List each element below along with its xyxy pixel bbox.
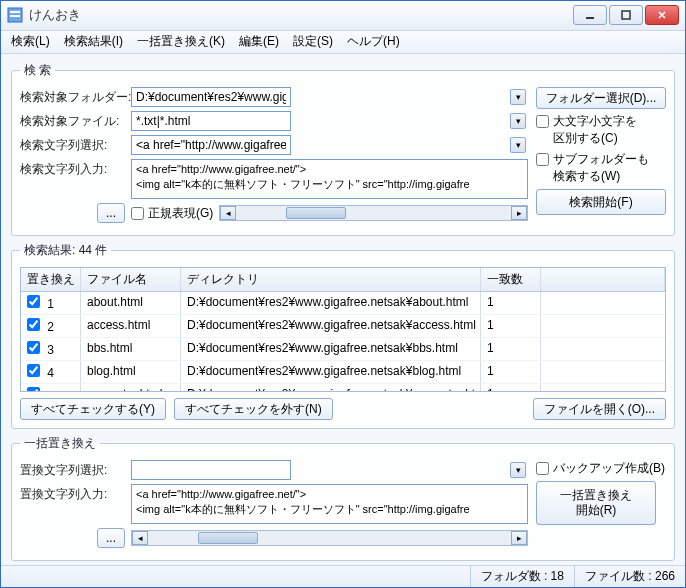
row-checkbox[interactable] xyxy=(27,318,40,331)
row-checkbox[interactable] xyxy=(27,295,40,308)
results-grid[interactable]: 置き換え ファイル名 ディレクトリ 一致数 1about.htmlD:¥docu… xyxy=(20,267,666,392)
open-file-button[interactable]: ファイルを開く(O)... xyxy=(533,398,666,420)
search-start-button[interactable]: 検索開始(F) xyxy=(536,189,666,215)
regex-checkbox[interactable] xyxy=(131,207,144,220)
cell-filename: computer.html xyxy=(81,384,181,392)
results-group: 検索結果: 44 件 置き換え ファイル名 ディレクトリ 一致数 1about.… xyxy=(11,242,675,429)
rhscroll-thumb[interactable] xyxy=(198,532,258,544)
menu-help[interactable]: ヘルプ(H) xyxy=(347,33,400,50)
cell-filename: about.html xyxy=(81,292,181,314)
cell-dir: D:¥document¥res2¥www.gigafree.netsak¥blo… xyxy=(181,361,481,383)
folder-input[interactable] xyxy=(131,87,291,107)
backup-label: バックアップ作成(B) xyxy=(553,460,665,477)
check-all-button[interactable]: すべてチェックする(Y) xyxy=(20,398,166,420)
cell-dir: D:¥document¥res2¥www.gigafree.netsak¥com… xyxy=(181,384,481,392)
case-checkbox[interactable] xyxy=(536,115,549,128)
searchstr-more-button[interactable]: ... xyxy=(97,203,125,223)
case-label: 大文字小文字を 区別する(C) xyxy=(553,113,637,147)
replacestr-select-label: 置換文字列選択: xyxy=(20,462,125,479)
app-icon xyxy=(7,7,23,23)
cell-dir: D:¥document¥res2¥www.gigafree.netsak¥bbs… xyxy=(181,338,481,360)
folder-dropdown-icon[interactable]: ▾ xyxy=(510,89,526,105)
search-legend: 検 索 xyxy=(20,62,55,79)
searchstr-select-label: 検索文字列選択: xyxy=(20,137,125,154)
backup-checkbox[interactable] xyxy=(536,462,549,475)
svg-rect-2 xyxy=(10,15,20,17)
cell-dir: D:¥document¥res2¥www.gigafree.netsak¥acc… xyxy=(181,315,481,337)
hscroll-thumb[interactable] xyxy=(286,207,346,219)
replacestr-textarea[interactable]: <a href="http://www.gigafree.net/"> <img… xyxy=(131,484,528,524)
cell-filename: access.html xyxy=(81,315,181,337)
folder-select-button[interactable]: フォルダー選択(D)... xyxy=(536,87,666,109)
svg-rect-1 xyxy=(10,11,20,13)
cell-matches: 1 xyxy=(481,384,541,392)
menu-settings[interactable]: 設定(S) xyxy=(293,33,333,50)
uncheck-all-button[interactable]: すべてチェックを外す(N) xyxy=(174,398,333,420)
regex-label: 正規表現(G) xyxy=(148,205,213,222)
rhscroll-right-icon[interactable]: ▸ xyxy=(511,531,527,545)
svg-rect-4 xyxy=(622,11,630,19)
replace-start-button[interactable]: 一括置き換え 開始(R) xyxy=(536,481,656,525)
cell-dir: D:¥document¥res2¥www.gigafree.netsak¥abo… xyxy=(181,292,481,314)
col-matches[interactable]: 一致数 xyxy=(481,268,541,291)
searchstr-select[interactable] xyxy=(131,135,291,155)
window-title: けんおき xyxy=(29,6,573,24)
rhscroll-left-icon[interactable]: ◂ xyxy=(132,531,148,545)
replacestr-dropdown-icon[interactable]: ▾ xyxy=(510,462,526,478)
col-filename[interactable]: ファイル名 xyxy=(81,268,181,291)
table-row[interactable]: 1about.htmlD:¥document¥res2¥www.gigafree… xyxy=(21,292,665,315)
status-folders: フォルダ数 : 18 xyxy=(470,566,574,587)
table-row[interactable]: 4blog.htmlD:¥document¥res2¥www.gigafree.… xyxy=(21,361,665,384)
titlebar[interactable]: けんおき xyxy=(1,1,685,31)
grid-header: 置き換え ファイル名 ディレクトリ 一致数 xyxy=(21,268,665,292)
cell-filename: blog.html xyxy=(81,361,181,383)
statusbar: フォルダ数 : 18 ファイル数 : 266 xyxy=(1,565,685,587)
maximize-button[interactable] xyxy=(609,5,643,25)
row-checkbox[interactable] xyxy=(27,387,40,392)
cell-matches: 1 xyxy=(481,292,541,314)
replacestr-input-label: 置換文字列入力: xyxy=(20,484,125,503)
file-pattern-input[interactable] xyxy=(131,111,291,131)
results-legend: 検索結果: 44 件 xyxy=(20,242,111,259)
subfolder-label: サブフォルダーも 検索する(W) xyxy=(553,151,649,185)
menu-replace[interactable]: 一括置き換え(K) xyxy=(137,33,225,50)
status-files: ファイル数 : 266 xyxy=(574,566,685,587)
replacestr-select[interactable] xyxy=(131,460,291,480)
row-checkbox[interactable] xyxy=(27,341,40,354)
cell-matches: 1 xyxy=(481,315,541,337)
row-checkbox[interactable] xyxy=(27,364,40,377)
minimize-button[interactable] xyxy=(573,5,607,25)
col-dir[interactable]: ディレクトリ xyxy=(181,268,481,291)
replace-group: 一括置き換え 置換文字列選択: ▾ 置換文字列入力: <a href="http… xyxy=(11,435,675,561)
menu-edit[interactable]: 編集(E) xyxy=(239,33,279,50)
replace-legend: 一括置き換え xyxy=(20,435,100,452)
file-label: 検索対象ファイル: xyxy=(20,113,125,130)
close-button[interactable] xyxy=(645,5,679,25)
client-area: 検 索 検索対象フォルダー: ▾ 検索対象ファイル: ▾ xyxy=(1,54,685,565)
cell-matches: 1 xyxy=(481,338,541,360)
searchstr-input-label: 検索文字列入力: xyxy=(20,159,125,178)
subfolder-checkbox[interactable] xyxy=(536,153,549,166)
searchstr-textarea[interactable]: <a href="http://www.gigafree.net/"> <img… xyxy=(131,159,528,199)
menubar: 検索(L) 検索結果(I) 一括置き換え(K) 編集(E) 設定(S) ヘルプ(… xyxy=(1,31,685,55)
grid-body[interactable]: 1about.htmlD:¥document¥res2¥www.gigafree… xyxy=(21,292,665,392)
menu-results[interactable]: 検索結果(I) xyxy=(64,33,123,50)
file-dropdown-icon[interactable]: ▾ xyxy=(510,113,526,129)
svg-rect-3 xyxy=(586,17,594,19)
app-window: けんおき 検索(L) 検索結果(I) 一括置き換え(K) 編集(E) 設定(S)… xyxy=(0,0,686,588)
searchstr-hscroll[interactable]: ◂ ▸ xyxy=(219,205,528,221)
replacestr-more-button[interactable]: ... xyxy=(97,528,125,548)
hscroll-left-icon[interactable]: ◂ xyxy=(220,206,236,220)
replacestr-hscroll[interactable]: ◂ ▸ xyxy=(131,530,528,546)
table-row[interactable]: 5computer.htmlD:¥document¥res2¥www.gigaf… xyxy=(21,384,665,392)
cell-matches: 1 xyxy=(481,361,541,383)
menu-search[interactable]: 検索(L) xyxy=(11,33,50,50)
col-replace[interactable]: 置き換え xyxy=(21,268,81,291)
cell-filename: bbs.html xyxy=(81,338,181,360)
search-group: 検 索 検索対象フォルダー: ▾ 検索対象ファイル: ▾ xyxy=(11,62,675,236)
table-row[interactable]: 3bbs.htmlD:¥document¥res2¥www.gigafree.n… xyxy=(21,338,665,361)
hscroll-right-icon[interactable]: ▸ xyxy=(511,206,527,220)
searchstr-dropdown-icon[interactable]: ▾ xyxy=(510,137,526,153)
folder-label: 検索対象フォルダー: xyxy=(20,89,125,106)
table-row[interactable]: 2access.htmlD:¥document¥res2¥www.gigafre… xyxy=(21,315,665,338)
